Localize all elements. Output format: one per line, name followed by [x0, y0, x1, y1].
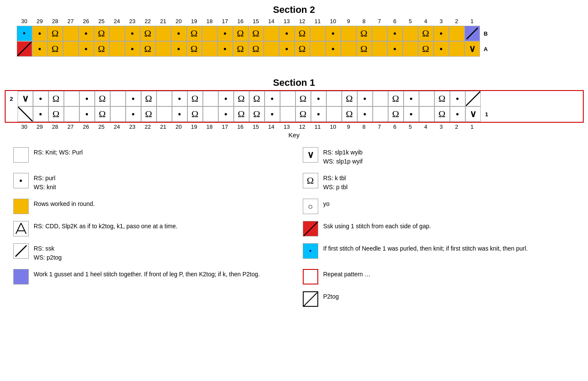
cell-B-23: • — [125, 26, 140, 41]
cell-1-11: • — [311, 106, 326, 122]
cell-A-23: • — [125, 41, 140, 57]
cell-2-14: • — [265, 91, 280, 106]
key-symbol-repeat — [303, 269, 318, 284]
svg-line-5 — [21, 223, 26, 234]
cell-A-3: • — [434, 41, 449, 57]
col-numbers-top: 30 29 28 27 26 25 24 23 22 21 20 19 18 1… — [5, 17, 584, 26]
cell-1-16: Ω — [234, 106, 249, 122]
cell-B-16: Ω — [233, 26, 248, 41]
col-22: 22 — [140, 17, 156, 26]
cell-2-19: Ω — [187, 91, 203, 106]
key-item-purl: • RS: purlWS: knit — [13, 173, 286, 192]
cell-1-4 — [419, 106, 434, 122]
cell-B-15: Ω — [248, 26, 264, 41]
cell-1-2: • — [450, 106, 465, 122]
col-21: 21 — [156, 17, 171, 26]
section1-title: Section 1 — [5, 77, 584, 88]
cell-2-24 — [110, 91, 126, 106]
key-text-purl: RS: purlWS: knit — [34, 173, 56, 192]
cell-1-18 — [203, 106, 218, 122]
key-item-cdd: RS: CDD, Slp2K as if to k2tog, k1, paso … — [13, 221, 286, 236]
cell-1-24 — [110, 106, 126, 122]
cell-A-13: • — [279, 41, 295, 57]
cell-A-6: • — [387, 41, 403, 57]
key-text-round: Rows worked in round. — [34, 199, 95, 209]
key-text-ssk: RS: sskWS: p2tog — [34, 243, 62, 262]
key-text-yo: yo — [323, 199, 330, 209]
col-30: 30 — [17, 17, 32, 26]
cell-B-19: Ω — [187, 26, 202, 41]
cell-B-8: Ω — [356, 26, 372, 41]
cell-1-7 — [373, 106, 388, 122]
row-label-1-right: 1 — [481, 106, 493, 122]
key-symbol-cdd — [13, 221, 29, 236]
cell-B-26: • — [78, 26, 94, 41]
col-8: 8 — [356, 17, 372, 26]
cell-2-21 — [157, 91, 172, 106]
cell-1-6: Ω — [388, 106, 404, 122]
cell-2-3: Ω — [434, 91, 450, 106]
key-symbol-ssk — [13, 243, 29, 259]
cell-A-29: • — [32, 41, 48, 57]
cell-B-30: • — [17, 26, 32, 41]
cell-B-12: Ω — [295, 26, 310, 41]
cell-B-10: • — [326, 26, 341, 41]
col-3: 3 — [434, 17, 449, 26]
key-item-repeat: Repeat pattern … — [303, 269, 575, 284]
cell-2-16: Ω — [234, 91, 249, 106]
key-symbol-ktbl: Ω — [303, 173, 318, 188]
cell-A-22: Ω — [140, 41, 156, 57]
cell-1-17: • — [218, 106, 234, 122]
cell-2-28: Ω — [48, 91, 64, 106]
key-text-slp1k: RS: slp1k wyibWS: slp1p wyif — [323, 147, 363, 166]
cell-2-18 — [203, 91, 218, 106]
cell-2-11: • — [311, 91, 326, 106]
section1-row-2: 2 ∨ • Ω • Ω • Ω • Ω — [6, 91, 583, 106]
key-item-ssk: RS: sskWS: p2tog — [13, 243, 286, 262]
col-11: 11 — [310, 17, 326, 26]
cell-A-12: Ω — [295, 41, 310, 57]
cell-A-21 — [156, 41, 171, 57]
cell-B-25: Ω — [94, 26, 109, 41]
cell-A-25: Ω — [94, 41, 109, 57]
row-label-A: A — [480, 41, 492, 57]
key-symbol-round — [13, 199, 29, 214]
row-label-1-left — [6, 106, 18, 122]
col-12: 12 — [295, 17, 310, 26]
svg-line-3 — [18, 107, 33, 121]
key-item-cyan-dot: • If first stitch of Needle 1 was purled… — [303, 243, 575, 262]
key-text-repeat: Repeat pattern … — [323, 269, 371, 279]
cell-1-13 — [280, 106, 296, 122]
cell-2-4 — [419, 91, 434, 106]
col-15: 15 — [248, 17, 264, 26]
key-text-ssk-gap: Ssk using 1 stitch from each side of gap… — [323, 221, 431, 231]
cell-1-30 — [18, 106, 33, 122]
cell-1-3: Ω — [434, 106, 450, 122]
cell-B-27 — [63, 26, 78, 41]
cell-A-8: Ω — [356, 41, 372, 57]
key-text-ktbl: RS: k tblWS: p tbl — [323, 173, 348, 192]
cell-2-12: Ω — [296, 91, 311, 106]
col-2: 2 — [449, 17, 464, 26]
cell-A-7 — [372, 41, 387, 57]
cell-1-22: Ω — [141, 106, 157, 122]
key-text-cdd: RS: CDD, Slp2K as if to k2tog, k1, paso … — [34, 221, 178, 231]
cell-1-15: Ω — [249, 106, 265, 122]
svg-line-2 — [466, 91, 480, 106]
key-text-knit-purl: RS: Knit; WS: Purl — [34, 147, 83, 157]
col-13: 13 — [279, 17, 295, 26]
cell-B-21 — [156, 26, 171, 41]
col-9: 9 — [341, 17, 356, 26]
cell-B-20: • — [171, 26, 187, 41]
cell-B-24 — [109, 26, 125, 41]
key-symbol-cyan-dot: • — [303, 243, 318, 259]
cell-A-17: • — [217, 41, 233, 57]
cell-1-25: Ω — [95, 106, 110, 122]
col-17: 17 — [217, 17, 233, 26]
col-6: 6 — [387, 17, 403, 26]
cell-2-8: • — [357, 91, 373, 106]
row-label-2-right — [481, 91, 493, 106]
cell-A-26: • — [78, 41, 94, 57]
key-item-ktbl: Ω RS: k tblWS: p tbl — [303, 173, 575, 192]
col-14: 14 — [264, 17, 279, 26]
